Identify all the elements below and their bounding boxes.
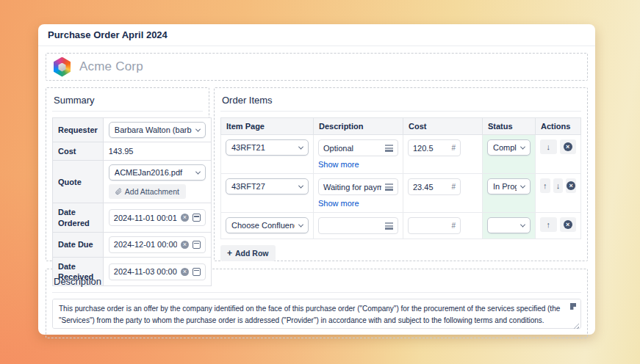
quote-select[interactable]: ACMEJan2016.pdf [109,164,206,181]
number-hash-icon: # [451,222,456,230]
item-page-select[interactable]: 43RFT21 [226,139,309,156]
number-hash-icon: # [451,144,456,152]
cost-input[interactable]: # [408,139,461,156]
cost-input[interactable]: # [408,217,461,234]
summary-row-date-ordered: Date Ordered × [53,203,212,233]
order-items-panel: Order Items Item Page Description Cost S… [214,87,588,261]
status-select[interactable] [487,217,531,233]
arrow-up-icon: ↑ [543,181,547,190]
cost-input[interactable]: # [408,178,461,195]
rich-text-icon [385,222,393,230]
page-title: Purchase Order April 2024 [38,24,595,46]
calendar-icon[interactable] [193,214,201,222]
clear-icon[interactable]: × [181,241,189,249]
item-page-select[interactable]: 43RFT27 [226,178,309,194]
desktop-background: { "window": { "title": "Purchase Order A… [0,0,640,364]
chevron-down-icon [298,222,303,227]
col-status: Status [483,118,536,135]
description-input[interactable] [318,178,398,195]
add-attachment-button[interactable]: Add Attachment [109,184,186,199]
chevron-down-icon [520,183,525,188]
chevron-down-icon [195,126,201,131]
move-down-button[interactable]: ↓ [540,139,557,154]
date-received-input[interactable]: × [109,263,206,280]
remove-icon: × [564,142,572,151]
cost-label: Cost [53,142,104,161]
order-items-heading: Order Items [220,94,581,112]
summary-row-requester: Requester Barbara Walton (barb [53,118,212,142]
calendar-icon[interactable] [193,241,201,249]
rich-text-icon [385,183,393,191]
date-due-value[interactable] [114,240,177,249]
summary-heading: Summary [52,94,203,112]
date-due-input[interactable]: × [109,236,206,253]
date-ordered-label: Date Ordered [53,203,104,233]
status-select[interactable]: In Progress [487,178,531,194]
cube-icon [58,63,66,72]
order-item-row: Choose Confluence Page [221,213,581,239]
col-cost: Cost [403,118,483,135]
rich-text-icon [385,145,393,152]
summary-row-quote: Quote ACMEJan2016.pdf Add Attachment [53,161,212,203]
chevron-down-icon [195,169,201,174]
arrow-up-icon: ↑ [547,220,551,229]
date-due-label: Date Due [53,232,104,257]
number-hash-icon: # [451,183,456,191]
cost-value: 143.95 [103,142,211,161]
move-up-button[interactable]: ↑ [540,217,557,232]
remove-icon: × [567,181,575,190]
clear-icon[interactable]: × [181,268,189,276]
description-input[interactable] [318,139,398,156]
col-actions: Actions [536,118,581,135]
col-item-page: Item Page [221,118,314,135]
order-item-row: 43RFT27 Show more [221,174,581,213]
company-logo-icon [53,57,71,77]
order-item-row: 43RFT21 Show more [221,135,581,174]
col-description: Description [314,118,403,135]
purchase-order-window: Purchase Order April 2024 Acme Corp Summ… [38,24,595,335]
chevron-down-icon [520,222,525,227]
order-table-header-row: Item Page Description Cost Status Action… [221,118,581,135]
move-up-button[interactable]: ↑ [540,178,550,193]
summary-table: Requester Barbara Walton (barb Cost 143.… [52,117,212,286]
add-row-button[interactable]: + Add Row [220,245,276,261]
description-input[interactable] [318,217,398,234]
remove-row-button[interactable]: × [566,178,576,193]
remove-icon: × [564,220,572,229]
show-more-link[interactable]: Show more [318,160,359,169]
move-down-button[interactable]: ↓ [553,178,564,193]
requester-label: Requester [53,118,104,142]
paperclip-icon [115,188,122,195]
show-more-link[interactable]: Show more [318,199,359,208]
calendar-icon[interactable] [193,268,201,276]
clear-icon[interactable]: × [181,214,189,222]
company-header: Acme Corp [46,53,588,81]
date-received-value[interactable] [114,267,177,276]
order-items-table: Item Page Description Cost Status Action… [220,117,581,239]
remove-row-button[interactable]: × [560,139,577,154]
date-ordered-input[interactable]: × [109,209,206,226]
item-page-select[interactable]: Choose Confluence Page [226,217,309,233]
company-name: Acme Corp [79,59,143,74]
chevron-down-icon [298,183,303,188]
remove-row-button[interactable]: × [560,217,577,232]
plus-icon: + [227,248,232,258]
chevron-down-icon [520,144,525,149]
summary-panel: Summary Requester Barbara Walton (barb C… [46,87,209,261]
description-textarea[interactable]: This purchase order is an offer by the c… [52,299,581,329]
arrow-down-icon: ↓ [547,142,551,151]
status-select[interactable]: Completed [487,139,531,156]
quote-label: Quote [53,161,104,203]
chevron-down-icon [298,144,303,149]
summary-row-date-due: Date Due × [53,232,212,257]
arrow-down-icon: ↓ [556,181,561,190]
date-ordered-value[interactable] [114,214,177,222]
summary-row-cost: Cost 143.95 [53,142,212,161]
page-content: Acme Corp Summary Requester Barbara Walt… [38,46,595,345]
requester-select[interactable]: Barbara Walton (barb [109,122,206,138]
